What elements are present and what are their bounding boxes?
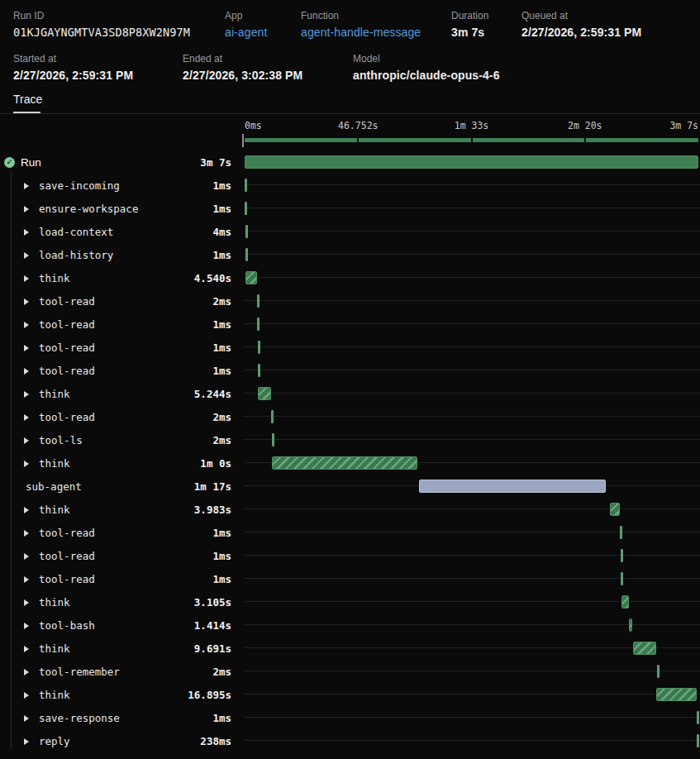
meta-value[interactable]: agent-handle-message <box>301 26 421 39</box>
span-bar-reply[interactable] <box>697 734 699 747</box>
expand-chevron-icon[interactable] <box>24 368 29 375</box>
trace-row-reply[interactable]: reply238ms <box>0 729 700 752</box>
span-bar-tool-read[interactable] <box>257 317 260 331</box>
span-bar-run[interactable] <box>245 155 698 169</box>
trace-row-run[interactable]: ✓Run3m 7s <box>0 150 700 174</box>
expand-chevron-icon[interactable] <box>24 646 29 652</box>
trace-row-tool-read[interactable]: tool-read2ms <box>0 405 700 428</box>
expand-chevron-icon[interactable] <box>24 669 29 675</box>
span-bar-save-response[interactable] <box>697 711 699 724</box>
timeline-track-line <box>245 184 700 185</box>
span-duration: 1ms <box>212 365 231 377</box>
trace-row-tool-remember[interactable]: tool-remember2ms <box>0 660 700 683</box>
trace-row-think[interactable]: think4.540s <box>0 266 700 289</box>
meta-field-app: Appai-agent <box>225 10 267 39</box>
span-bar-think[interactable] <box>656 688 698 701</box>
expand-chevron-icon[interactable] <box>24 715 29 722</box>
expand-chevron-icon[interactable] <box>24 345 29 351</box>
span-bar-tool-ls[interactable] <box>272 433 274 446</box>
meta-value[interactable]: ai-agent <box>225 26 267 39</box>
expand-chevron-icon[interactable] <box>24 576 29 583</box>
trace-row-ensure-workspace[interactable]: ensure-workspace1ms <box>0 197 700 220</box>
span-timeline-cell <box>238 729 700 752</box>
trace-row-load-context[interactable]: load-context4ms <box>0 220 700 243</box>
span-bar-think[interactable] <box>610 503 620 516</box>
trace-row-tool-read[interactable]: tool-read1ms <box>0 521 700 544</box>
span-timeline-cell <box>238 266 700 289</box>
active-tab-underline <box>13 112 40 113</box>
span-bar-tool-read[interactable] <box>258 364 260 377</box>
expand-chevron-icon[interactable] <box>24 599 29 606</box>
trace-row-save-response[interactable]: save-response1ms <box>0 706 700 729</box>
span-bar-tool-read[interactable] <box>620 526 622 539</box>
trace-row-tool-bash[interactable]: tool-bash1.414s <box>0 613 700 637</box>
span-bar-sub-agent[interactable] <box>419 480 606 493</box>
trace-row-think[interactable]: think16.895s <box>0 683 700 706</box>
span-bar-think[interactable] <box>633 642 656 655</box>
expand-chevron-icon[interactable] <box>24 229 29 236</box>
expand-chevron-icon[interactable] <box>24 206 29 212</box>
expand-chevron-icon[interactable] <box>24 275 29 282</box>
expand-chevron-icon[interactable] <box>24 530 29 537</box>
span-bar-save-incoming[interactable] <box>245 179 247 192</box>
trace-row-think[interactable]: think5.244s <box>0 382 700 405</box>
expand-chevron-icon[interactable] <box>24 414 29 421</box>
trace-row-tool-read[interactable]: tool-read1ms <box>0 359 700 382</box>
span-bar-think[interactable] <box>621 595 629 609</box>
span-bar-think[interactable] <box>258 387 270 400</box>
timeline-track-line <box>245 508 700 509</box>
trace-row-think[interactable]: think3.105s <box>0 590 700 613</box>
trace-row-save-incoming[interactable]: save-incoming1ms <box>0 174 700 197</box>
expand-chevron-icon[interactable] <box>24 183 29 189</box>
span-bar-load-history[interactable] <box>245 248 248 261</box>
span-bar-tool-read[interactable] <box>621 572 623 585</box>
expand-chevron-icon[interactable] <box>24 252 29 259</box>
trace-row-think[interactable]: think9.691s <box>0 637 700 660</box>
span-bar-tool-read[interactable] <box>257 294 260 308</box>
span-label-cell: think16.895s <box>0 683 238 706</box>
span-label-cell: save-incoming1ms <box>0 174 238 197</box>
span-bar-tool-read[interactable] <box>271 410 274 423</box>
trace-row-tool-read[interactable]: tool-read1ms <box>0 313 700 336</box>
span-timeline-cell <box>238 544 700 567</box>
trace-row-sub-agent[interactable]: sub-agent1m 17s <box>0 475 700 498</box>
expand-chevron-icon[interactable] <box>24 738 29 745</box>
minimap-tick <box>357 138 359 142</box>
span-bar-tool-read[interactable] <box>258 341 260 354</box>
trace-row-tool-read[interactable]: tool-read2ms <box>0 289 700 313</box>
expand-chevron-icon[interactable] <box>24 437 29 444</box>
span-bar-tool-read[interactable] <box>621 549 623 562</box>
span-timeline-cell <box>238 313 700 336</box>
span-name: tool-read <box>39 411 95 423</box>
trace-row-think[interactable]: think3.983s <box>0 498 700 521</box>
expand-chevron-icon[interactable] <box>24 322 29 328</box>
expand-chevron-icon[interactable] <box>24 298 29 305</box>
trace-row-load-history[interactable]: load-history1ms <box>0 243 700 266</box>
expand-chevron-icon[interactable] <box>24 623 29 629</box>
expand-chevron-icon[interactable] <box>24 692 29 699</box>
expand-chevron-icon[interactable] <box>24 553 29 560</box>
span-bar-load-context[interactable] <box>245 225 248 238</box>
timeline-track-line <box>245 254 700 255</box>
span-bar-think[interactable] <box>245 271 256 284</box>
expand-chevron-icon[interactable] <box>24 507 29 513</box>
timeline-minimap[interactable] <box>245 138 698 142</box>
span-timeline-cell <box>238 637 700 660</box>
trace-row-tool-read[interactable]: tool-read1ms <box>0 567 700 590</box>
span-bar-tool-bash[interactable] <box>629 618 632 632</box>
span-label-cell: tool-read1ms <box>0 336 238 359</box>
trace-row-tool-ls[interactable]: tool-ls2ms <box>0 428 700 451</box>
span-label-cell: tool-read2ms <box>0 289 238 313</box>
expand-chevron-icon[interactable] <box>24 461 29 467</box>
span-bar-think[interactable] <box>272 456 417 470</box>
trace-row-tool-read[interactable]: tool-read1ms <box>0 336 700 359</box>
expand-chevron-icon[interactable] <box>24 391 29 398</box>
trace-row-think[interactable]: think1m 0s <box>0 451 700 475</box>
span-bar-ensure-workspace[interactable] <box>245 202 247 215</box>
span-timeline-cell <box>238 174 700 197</box>
span-name: think <box>39 272 70 284</box>
span-bar-tool-remember[interactable] <box>657 665 660 678</box>
tab-trace[interactable]: Trace <box>13 93 42 113</box>
span-timeline-cell <box>238 150 700 174</box>
trace-row-tool-read[interactable]: tool-read1ms <box>0 544 700 567</box>
